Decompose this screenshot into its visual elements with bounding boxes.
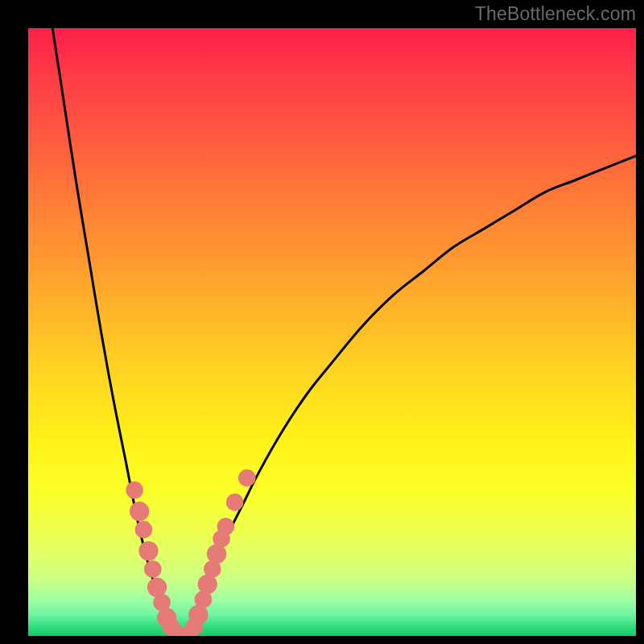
curve-left-arm [52,28,180,636]
data-marker [138,541,158,560]
data-marker [226,493,244,511]
data-marker [238,469,256,487]
data-marker [135,521,153,539]
plot-area [28,28,636,636]
chart-frame: TheBottleneck.com [0,0,644,644]
data-marker [126,481,143,499]
watermark-text: TheBottleneck.com [475,3,636,25]
data-marker [130,502,149,521]
curve-overlay [28,28,636,636]
curve-right-arm [180,156,636,636]
data-marker [217,518,235,535]
data-marker [144,560,162,578]
